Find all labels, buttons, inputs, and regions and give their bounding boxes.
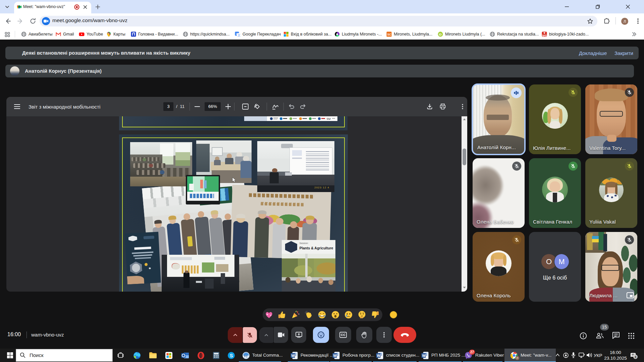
svg-text:S: S [230,353,233,358]
svg-text:文: 文 [238,34,240,37]
svg-text:W: W [291,354,295,358]
svg-text:W: W [422,354,426,358]
svg-text:W: W [377,354,381,358]
svg-text:W: W [333,354,337,358]
svg-text:CU: CU [327,117,331,120]
svg-text:PDF: PDF [542,34,547,37]
svg-text:iD: iD [439,33,442,36]
svg-text:TC: TC [244,355,248,358]
svg-text:SC: SC [387,33,391,36]
